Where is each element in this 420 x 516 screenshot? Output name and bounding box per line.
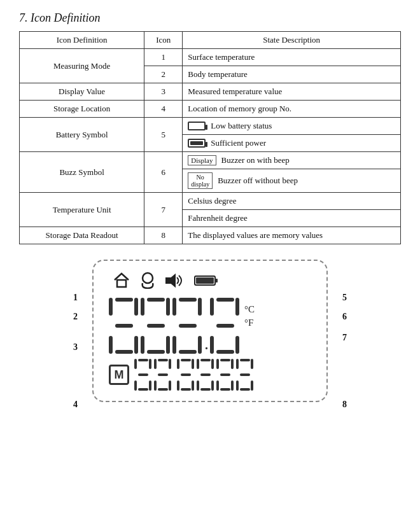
icon-7: 7 [144, 193, 183, 227]
battery-symbol-label: Battery Symbol [20, 118, 144, 152]
lcd-label-5: 5 [342, 293, 347, 303]
section-title: 7. Icon Definition [19, 11, 401, 25]
lcd-label-8: 8 [342, 400, 347, 410]
table-row: Display Value 3 Measured temperature val… [20, 83, 401, 101]
low-battery-desc: Low battery status [211, 121, 272, 131]
table-row: Temperature Unit 7 Celsius degree [20, 193, 401, 210]
battery-full-icon [188, 139, 206, 148]
battery-status-icon [194, 274, 218, 290]
fahrenheit-unit: °F [244, 316, 253, 330]
buzz-symbol-label: Buzz Symbol [20, 152, 144, 193]
fahrenheit-desc: Fahrenheit degree [183, 210, 401, 227]
lcd-screen: . °C °F M [92, 260, 328, 402]
lcd-small-digit-6 [236, 359, 254, 391]
display-value-label: Display Value [20, 83, 144, 101]
lcd-digit-3 [172, 298, 203, 354]
icon-2: 2 [144, 66, 183, 83]
temp-unit-label: Temperature Unit [20, 193, 144, 227]
lcd-main-display: . °C °F [106, 298, 314, 354]
lcd-small-digit-1 [134, 359, 152, 391]
house-icon [113, 271, 130, 293]
lcd-section: 1 2 3 4 5 6 7 8 [19, 260, 401, 402]
memory-location: Location of memory group No. [183, 101, 401, 118]
col-header-icon: Icon [144, 32, 183, 49]
surface-temp: Surface temperature [183, 49, 401, 66]
lcd-digit-1 [109, 298, 139, 354]
memory-m-box: M [109, 365, 129, 385]
celsius-desc: Celsius degree [183, 193, 401, 210]
lcd-small-2digits [134, 359, 172, 391]
buzz-no-display-label: Nodisplay [188, 172, 213, 189]
storage-data-label: Storage Data Readout [20, 227, 144, 244]
decimal-point: . [204, 335, 209, 352]
lcd-small-4digits [177, 359, 254, 391]
svg-rect-4 [196, 277, 214, 284]
buzz-display-label: Display [188, 155, 216, 165]
table-row: Storage Location 4 Location of memory gr… [20, 101, 401, 118]
buzz-off-desc: Buzzer off without beep [218, 176, 298, 186]
icon-5: 5 [144, 118, 183, 152]
body-temp: Body temperature [183, 66, 401, 83]
icon-8: 8 [144, 227, 183, 244]
celsius-unit: °C [244, 303, 255, 316]
buzz-on-row: Display Buzzer on with beep [183, 152, 401, 169]
icon-definition-table: Icon Definition Icon State Description M… [19, 31, 401, 244]
lcd-small-digit-4 [197, 359, 214, 391]
icon-3: 3 [144, 83, 183, 101]
col-header-state: State Description [183, 32, 401, 49]
icon-4: 4 [144, 101, 183, 118]
col-header-definition: Icon Definition [20, 32, 144, 49]
lcd-label-1: 1 [73, 293, 78, 303]
sufficient-power-desc: Sufficient power [211, 138, 266, 148]
lcd-label-7: 7 [342, 333, 347, 343]
table-row: Storage Data Readout 8 The displayed val… [20, 227, 401, 244]
lcd-digit-2 [141, 298, 171, 354]
table-row: Measuring Mode 1 Surface temperature [20, 49, 401, 66]
low-battery-row: Low battery status [183, 118, 401, 135]
lcd-label-2: 2 [73, 312, 78, 322]
measured-temp: Measured temperature value [183, 83, 401, 101]
lcd-top-icons [106, 271, 314, 293]
icon-1: 1 [144, 49, 183, 66]
lcd-label-3: 3 [73, 342, 78, 352]
memory-values-desc: The displayed values are memory values [183, 227, 401, 244]
icon-6: 6 [144, 152, 183, 193]
table-row: Battery Symbol 5 Low battery status [20, 118, 401, 135]
head-icon [139, 271, 156, 293]
lcd-small-digit-5 [216, 359, 234, 391]
lcd-wrapper: 1 2 3 4 5 6 7 8 [92, 260, 328, 402]
sufficient-power-row: Sufficient power [183, 135, 401, 152]
buzz-off-row: Nodisplay Buzzer off without beep [183, 169, 401, 193]
lcd-digit-4 [210, 298, 241, 354]
lcd-small-digit-3 [177, 359, 195, 391]
lcd-label-4: 4 [73, 400, 78, 410]
measuring-mode-label: Measuring Mode [20, 49, 144, 83]
temperature-unit-display: °C °F [244, 303, 255, 330]
speaker-icon [165, 273, 185, 291]
table-row: Buzz Symbol 6 Display Buzzer on with bee… [20, 152, 401, 169]
svg-rect-5 [215, 279, 218, 282]
svg-rect-0 [117, 280, 126, 287]
svg-point-1 [143, 273, 153, 283]
buzz-on-desc: Buzzer on with beep [221, 155, 290, 165]
lcd-small-digit-2 [154, 359, 172, 391]
lcd-bottom-display: M [106, 359, 314, 391]
battery-empty-icon [188, 122, 206, 130]
storage-location-label: Storage Location [20, 101, 144, 118]
lcd-label-6: 6 [342, 312, 347, 322]
svg-marker-2 [166, 275, 175, 286]
